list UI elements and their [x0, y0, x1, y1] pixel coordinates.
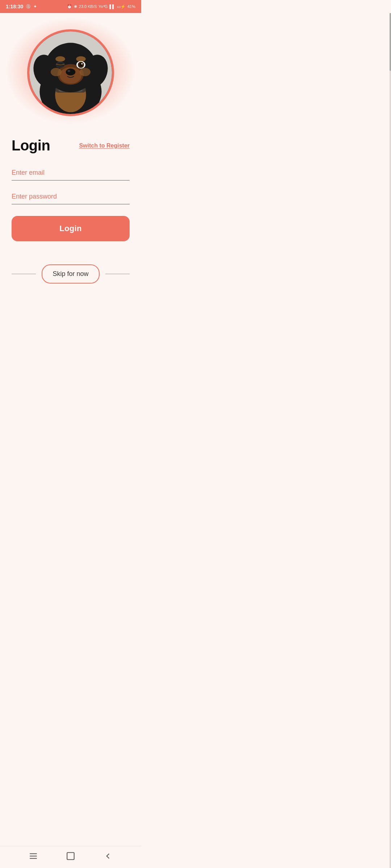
form-section: Login Switch to Register Login	[0, 129, 141, 256]
svg-point-21	[80, 68, 91, 76]
status-time: 1:18:30	[6, 4, 23, 9]
hero-section	[0, 13, 141, 129]
switch-to-register-link[interactable]: Switch to Register	[79, 142, 130, 149]
svg-point-9	[76, 56, 86, 61]
form-header: Login Switch to Register	[12, 137, 130, 154]
skip-divider-right	[105, 274, 130, 275]
svg-point-17	[81, 63, 83, 64]
login-title: Login	[12, 137, 50, 154]
status-bar: 1:18:30 Ⓑ ✦ ⏰ ❋ 23.0 KB/S Yo⁴G ▌▌ ▭⚡ 41%	[0, 0, 141, 13]
svg-point-8	[55, 56, 65, 61]
svg-point-18	[66, 69, 76, 76]
skip-section: Skip for now	[0, 256, 141, 292]
svg-point-19	[67, 70, 70, 72]
puppy-image	[29, 31, 112, 114]
signal-icon: ▌▌	[109, 4, 115, 9]
skip-divider-left	[12, 274, 36, 275]
skip-button[interactable]: Skip for now	[42, 264, 99, 284]
password-input[interactable]	[12, 189, 130, 204]
bluetooth-icon: ❋	[74, 4, 77, 9]
avatar-container	[27, 29, 114, 116]
battery-percent: 41%	[127, 4, 135, 9]
network-type: Yo⁴G	[98, 4, 108, 9]
password-input-group	[12, 189, 130, 204]
status-icon-b: Ⓑ	[26, 4, 30, 10]
email-input[interactable]	[12, 165, 130, 180]
status-icon-star: ✦	[33, 4, 37, 9]
battery-icon: ▭⚡	[117, 4, 126, 9]
alarm-icon: ⏰	[67, 4, 72, 9]
status-right: ⏰ ❋ 23.0 KB/S Yo⁴G ▌▌ ▭⚡ 41%	[67, 4, 135, 9]
login-button[interactable]: Login	[12, 216, 130, 241]
data-speed: 23.0 KB/S	[79, 4, 97, 9]
email-input-group	[12, 165, 130, 180]
status-left: 1:18:30 Ⓑ ✦	[6, 4, 37, 10]
avatar-ring	[27, 29, 114, 116]
svg-point-20	[51, 68, 62, 76]
